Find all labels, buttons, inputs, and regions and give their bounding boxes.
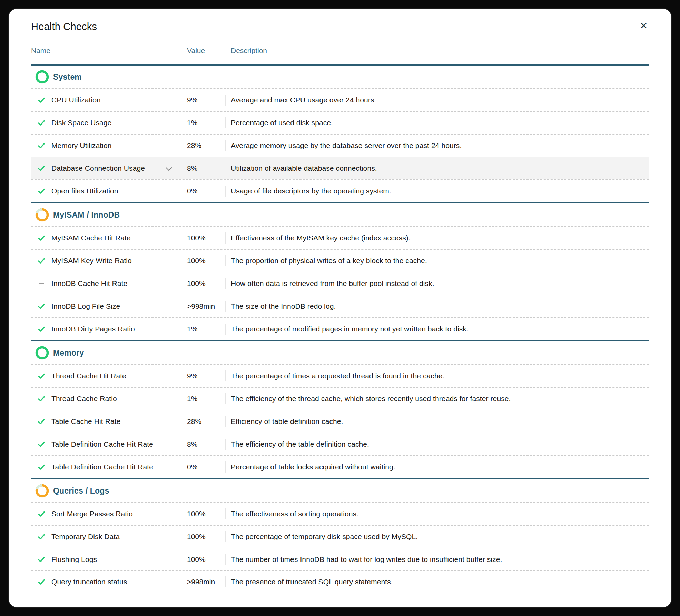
panel-header: Health Checks ✕ bbox=[31, 21, 649, 32]
table-row[interactable]: Thread Cache Hit Rate9%The percentage of… bbox=[31, 364, 649, 387]
check-icon bbox=[31, 510, 51, 518]
table-row[interactable]: Temporary Disk Data100%The percentage of… bbox=[31, 525, 649, 548]
check-icon bbox=[31, 555, 51, 564]
check-icon bbox=[31, 372, 51, 380]
check-description: The efficiency of the thread cache, whic… bbox=[231, 395, 511, 403]
donut-green-icon bbox=[35, 346, 49, 360]
check-value: 100% bbox=[187, 533, 225, 541]
section-memory: MemoryThread Cache Hit Rate9%The percent… bbox=[31, 340, 649, 478]
check-icon bbox=[31, 417, 51, 426]
check-name: Query truncation status bbox=[51, 578, 127, 586]
check-name: Database Connection Usage bbox=[51, 164, 145, 172]
table-row[interactable]: Sort Merge Passes Ratio100%The effective… bbox=[31, 502, 649, 525]
dark-backdrop: Health Checks ✕ Name Value Description S… bbox=[0, 0, 680, 616]
check-description: The proportion of physical writes of a k… bbox=[231, 257, 427, 265]
check-icon bbox=[31, 463, 51, 471]
check-description: The number of times InnoDB had to wait f… bbox=[231, 555, 502, 564]
check-icon bbox=[31, 234, 51, 242]
table-row[interactable]: Open files Utilization0%Usage of file de… bbox=[31, 179, 649, 202]
check-value: 8% bbox=[187, 164, 225, 172]
check-description: The efficiency of the table definition c… bbox=[231, 440, 369, 448]
health-checks-panel: Health Checks ✕ Name Value Description S… bbox=[9, 9, 671, 607]
check-name: Sort Merge Passes Ratio bbox=[51, 510, 133, 518]
check-description: Utilization of available database connec… bbox=[231, 164, 377, 172]
check-value: 100% bbox=[187, 234, 225, 242]
check-description: The percentage of modified pages in memo… bbox=[231, 325, 469, 333]
check-value: 1% bbox=[187, 119, 225, 127]
check-name: Table Cache Hit Rate bbox=[51, 417, 120, 426]
section-system: SystemCPU Utilization9%Average and max C… bbox=[31, 66, 649, 202]
check-name: Table Definition Cache Hit Rate bbox=[51, 463, 153, 471]
chevron-down-icon[interactable] bbox=[166, 165, 172, 171]
table-row[interactable]: InnoDB Dirty Pages Ratio1%The percentage… bbox=[31, 317, 649, 340]
check-name: Thread Cache Ratio bbox=[51, 395, 117, 403]
dash-icon bbox=[31, 279, 51, 288]
donut-orange-icon bbox=[35, 484, 49, 498]
check-description: Effectiveness of the MyISAM key cache (i… bbox=[231, 234, 411, 242]
table-row[interactable]: Flushing Logs100%The number of times Inn… bbox=[31, 548, 649, 570]
donut-orange-icon bbox=[35, 208, 49, 222]
check-name: InnoDB Log File Size bbox=[51, 302, 120, 310]
column-header-name: Name bbox=[31, 46, 187, 55]
check-value: 28% bbox=[187, 417, 225, 426]
table-row[interactable]: Query truncation status>998minThe presen… bbox=[31, 570, 649, 593]
check-description: Average memory usage by the database ser… bbox=[231, 141, 462, 150]
check-description: Usage of file descriptors by the operati… bbox=[231, 187, 391, 195]
check-value: 100% bbox=[187, 555, 225, 564]
table-row[interactable]: InnoDB Cache Hit Rate100%How often data … bbox=[31, 272, 649, 295]
check-name: MyISAM Cache Hit Rate bbox=[51, 234, 131, 242]
check-name: MyISAM Key Write Ratio bbox=[51, 257, 132, 265]
table-row[interactable]: MyISAM Cache Hit Rate100%Effectiveness o… bbox=[31, 226, 649, 249]
section-header: Queries / Logs bbox=[31, 479, 649, 502]
check-icon bbox=[31, 96, 51, 104]
check-value: >998min bbox=[187, 302, 225, 310]
check-name: CPU Utilization bbox=[51, 96, 101, 104]
check-value: 9% bbox=[187, 372, 225, 380]
check-value: 1% bbox=[187, 325, 225, 333]
check-icon bbox=[31, 533, 51, 541]
check-description: Efficiency of table definition cache. bbox=[231, 417, 343, 426]
table-row[interactable]: Table Definition Cache Hit Rate8%The eff… bbox=[31, 433, 649, 455]
table-row[interactable]: CPU Utilization9%Average and max CPU usa… bbox=[31, 88, 649, 111]
check-icon bbox=[31, 578, 51, 586]
check-description: The percentage of times a requested thre… bbox=[231, 372, 444, 380]
check-description: Percentage of used disk space. bbox=[231, 119, 333, 127]
section-title: Memory bbox=[53, 348, 84, 358]
check-icon bbox=[31, 187, 51, 195]
close-button[interactable]: ✕ bbox=[638, 20, 649, 32]
check-icon bbox=[31, 141, 51, 150]
check-description: The size of the InnoDB redo log. bbox=[231, 302, 336, 310]
section-myisam-innodb: MyISAM / InnoDBMyISAM Cache Hit Rate100%… bbox=[31, 202, 649, 340]
check-value: 28% bbox=[187, 141, 225, 150]
table-row[interactable]: MyISAM Key Write Ratio100%The proportion… bbox=[31, 249, 649, 272]
check-name: Open files Utilization bbox=[51, 187, 118, 195]
check-description: The presence of truncated SQL query stat… bbox=[231, 578, 393, 586]
check-description: The effectiveness of sorting operations. bbox=[231, 510, 358, 518]
column-header-description: Description bbox=[231, 46, 649, 55]
table-row[interactable]: Database Connection Usage8%Utilization o… bbox=[31, 157, 649, 179]
close-icon: ✕ bbox=[640, 21, 648, 31]
table-row[interactable]: Memory Utilization28%Average memory usag… bbox=[31, 134, 649, 157]
page-title: Health Checks bbox=[31, 21, 97, 32]
check-value: 8% bbox=[187, 440, 225, 448]
check-name: Disk Space Usage bbox=[51, 119, 111, 127]
section-header: Memory bbox=[31, 341, 649, 364]
check-value: 0% bbox=[187, 463, 225, 471]
section-header: MyISAM / InnoDB bbox=[31, 203, 649, 226]
check-icon bbox=[31, 395, 51, 403]
check-icon bbox=[31, 119, 51, 127]
table-row[interactable]: Table Cache Hit Rate28%Efficiency of tab… bbox=[31, 410, 649, 433]
table-row[interactable]: Disk Space Usage1%Percentage of used dis… bbox=[31, 111, 649, 134]
check-name: Flushing Logs bbox=[51, 555, 97, 564]
check-value: 0% bbox=[187, 187, 225, 195]
check-name: Thread Cache Hit Rate bbox=[51, 372, 126, 380]
column-headers: Name Value Description bbox=[31, 46, 649, 66]
table-row[interactable]: InnoDB Log File Size>998minThe size of t… bbox=[31, 295, 649, 317]
check-name: InnoDB Cache Hit Rate bbox=[51, 279, 127, 288]
check-value: 100% bbox=[187, 279, 225, 288]
check-value: >998min bbox=[187, 578, 225, 586]
check-icon bbox=[31, 302, 51, 310]
table-row[interactable]: Table Definition Cache Hit Rate0%Percent… bbox=[31, 455, 649, 478]
health-checks-table: SystemCPU Utilization9%Average and max C… bbox=[31, 66, 649, 593]
table-row[interactable]: Thread Cache Ratio1%The efficiency of th… bbox=[31, 387, 649, 410]
